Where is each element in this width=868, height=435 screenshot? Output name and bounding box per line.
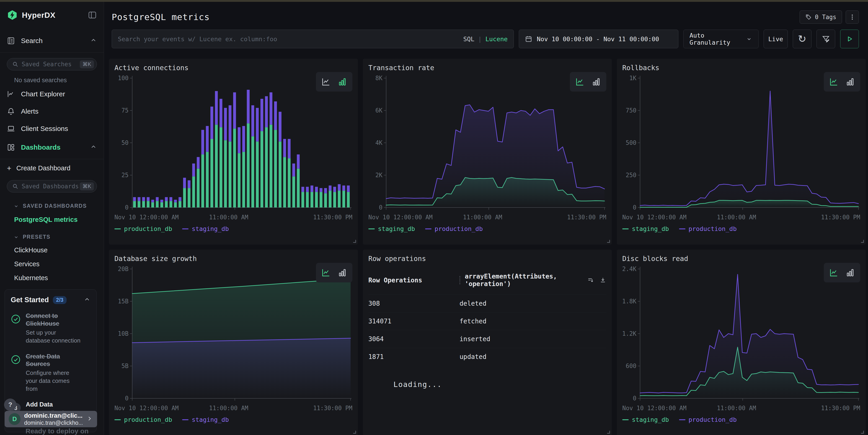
toggle-divider: | bbox=[478, 36, 482, 42]
event-search-input[interactable]: Search your events w/ Lucene ex. column:… bbox=[112, 30, 514, 48]
legend-item-staging_db[interactable]: staging_db bbox=[182, 225, 229, 232]
chart-type-toggle[interactable] bbox=[824, 263, 860, 282]
lucene-toggle[interactable]: Lucene bbox=[485, 36, 507, 42]
sidebar-item-postgresql-metrics[interactable]: PostgreSQL metrics bbox=[14, 216, 104, 224]
panel-resize-handle[interactable] bbox=[607, 240, 610, 243]
legend: production_dbstaging_db bbox=[115, 225, 352, 232]
kebab-menu-button[interactable] bbox=[846, 10, 859, 24]
chart-type-toggle[interactable] bbox=[824, 72, 860, 92]
table-row[interactable]: 3064inserted bbox=[368, 330, 606, 348]
sort-icon[interactable] bbox=[587, 277, 594, 283]
line-chart-toggle-icon[interactable] bbox=[575, 77, 585, 87]
sidebar-section-search[interactable]: Search bbox=[0, 33, 104, 49]
panel-title: Rollbacks bbox=[622, 64, 860, 72]
sidebar: HyperDX Search Saved Searches ⌘K No save… bbox=[0, 2, 104, 435]
svg-text:0: 0 bbox=[125, 395, 129, 402]
panel-resize-handle[interactable] bbox=[861, 240, 864, 243]
line-chart-toggle-icon[interactable] bbox=[829, 77, 839, 87]
legend-dash bbox=[679, 419, 685, 420]
user-menu[interactable]: D dominic.tran@clic... dominic.tran@clic… bbox=[5, 411, 97, 427]
search-icon bbox=[12, 61, 19, 67]
saved-dashboards-header[interactable]: SAVED DASHBOARDS bbox=[13, 203, 104, 209]
table-actions bbox=[587, 277, 606, 283]
sidebar-item-services[interactable]: Services bbox=[14, 260, 104, 268]
legend-item-production_db[interactable]: production_db bbox=[679, 416, 737, 423]
granularity-select[interactable]: Auto Granularity bbox=[683, 30, 758, 48]
bar-chart-toggle-icon[interactable] bbox=[845, 77, 855, 87]
chart-transaction-rate: 02K4K6K8K bbox=[368, 74, 606, 213]
filter-button[interactable] bbox=[816, 30, 835, 48]
bar-chart-toggle-icon[interactable] bbox=[845, 268, 855, 278]
sidebar-item-chart-explorer[interactable]: Chart Explorer bbox=[0, 87, 104, 101]
bar-chart-toggle-icon[interactable] bbox=[337, 268, 347, 278]
run-query-button[interactable] bbox=[840, 30, 859, 48]
x-tick-label: 11:00:00 AM bbox=[717, 214, 756, 221]
legend-item-production_db[interactable]: production_db bbox=[115, 225, 172, 232]
get-started-title: Get Started bbox=[11, 296, 49, 304]
panel-resize-handle[interactable] bbox=[353, 431, 356, 434]
svg-text:0: 0 bbox=[633, 204, 637, 211]
create-dashboard-button[interactable]: + Create Dashboard bbox=[0, 162, 104, 175]
saved-searches-input[interactable]: Saved Searches ⌘K bbox=[7, 58, 97, 70]
chart-type-toggle[interactable] bbox=[316, 263, 352, 282]
legend-item-production_db[interactable]: production_db bbox=[115, 416, 172, 423]
legend-item-production_db[interactable]: production_db bbox=[425, 225, 483, 232]
svg-text:100: 100 bbox=[118, 75, 129, 81]
tags-button[interactable]: 0 Tags bbox=[800, 10, 842, 24]
svg-text:1.2K: 1.2K bbox=[622, 330, 637, 337]
calendar-icon bbox=[525, 35, 532, 42]
chart-active-connections: 0255075100 bbox=[115, 74, 352, 213]
cell-operation: updated bbox=[460, 353, 606, 361]
line-chart-toggle-icon[interactable] bbox=[321, 268, 331, 278]
saved-dashboards-input[interactable]: Saved Dashboards ⌘K bbox=[7, 180, 97, 193]
progress-badge: 2/3 bbox=[53, 296, 67, 304]
svg-text:6K: 6K bbox=[375, 107, 383, 114]
bar-chart-toggle-icon[interactable] bbox=[591, 77, 601, 87]
chart-type-toggle[interactable] bbox=[316, 72, 352, 92]
panel-resize-handle[interactable] bbox=[353, 240, 356, 243]
get-started-step-connect[interactable]: Connect toClickHouse Set up your databas… bbox=[11, 312, 91, 344]
legend-label: staging_db bbox=[378, 225, 415, 232]
line-chart-toggle-icon[interactable] bbox=[829, 268, 839, 278]
sidebar-section-dashboards[interactable]: Dashboards bbox=[0, 139, 104, 155]
svg-text:250: 250 bbox=[626, 172, 637, 178]
chart-type-toggle[interactable] bbox=[570, 72, 606, 92]
svg-text:2.4K: 2.4K bbox=[622, 266, 637, 272]
panel-title: Transaction rate bbox=[368, 64, 606, 72]
get-started-step-sources[interactable]: Create Data Sources Configure where your… bbox=[11, 353, 91, 393]
help-button[interactable]: ? bbox=[4, 399, 17, 411]
legend-item-staging_db[interactable]: staging_db bbox=[368, 225, 415, 232]
sidebar-item-alerts[interactable]: Alerts bbox=[0, 104, 104, 119]
column-divider[interactable] bbox=[460, 276, 460, 284]
table-row[interactable]: 314071fetched bbox=[368, 312, 606, 330]
x-tick-label: 11:30:00 PM bbox=[313, 405, 352, 411]
legend-item-staging_db[interactable]: staging_db bbox=[622, 416, 669, 423]
svg-text:0: 0 bbox=[125, 204, 129, 211]
svg-text:500: 500 bbox=[626, 139, 637, 146]
sidebar-item-clickhouse[interactable]: ClickHouse bbox=[14, 246, 104, 254]
collapse-sidebar-icon[interactable] bbox=[88, 10, 97, 20]
main-content: PostgreSQL metrics 0 Tags Search your ev… bbox=[104, 2, 868, 435]
legend-item-staging_db[interactable]: staging_db bbox=[182, 416, 229, 423]
legend-dash bbox=[425, 228, 432, 229]
panel-resize-handle[interactable] bbox=[607, 431, 610, 434]
table-row[interactable]: 308deleted bbox=[368, 295, 606, 312]
sidebar-item-client-sessions[interactable]: Client Sessions bbox=[0, 122, 104, 136]
panel-resize-handle[interactable] bbox=[861, 431, 864, 434]
journal-icon bbox=[7, 37, 15, 45]
sql-toggle[interactable]: SQL bbox=[463, 36, 474, 42]
download-icon[interactable] bbox=[599, 277, 606, 283]
bar-chart-toggle-icon[interactable] bbox=[337, 77, 347, 87]
line-chart-toggle-icon[interactable] bbox=[321, 77, 331, 87]
refresh-button[interactable]: ↻ bbox=[793, 30, 811, 48]
table-row[interactable]: 1871updated bbox=[368, 348, 606, 366]
sidebar-item-kubernetes[interactable]: Kubernetes bbox=[14, 274, 104, 282]
live-button[interactable]: Live bbox=[764, 30, 788, 48]
x-tick-label: Nov 10 12:00:00 AM bbox=[622, 214, 687, 221]
presets-header[interactable]: PRESETS bbox=[13, 234, 104, 240]
legend-item-production_db[interactable]: production_db bbox=[679, 225, 737, 232]
legend-item-staging_db[interactable]: staging_db bbox=[622, 225, 669, 232]
legend: production_dbstaging_db bbox=[115, 416, 352, 423]
chevron-up-icon[interactable] bbox=[84, 296, 91, 304]
time-range-picker[interactable]: Nov 10 00:00:00 - Nov 11 00:00:00 bbox=[519, 30, 678, 48]
